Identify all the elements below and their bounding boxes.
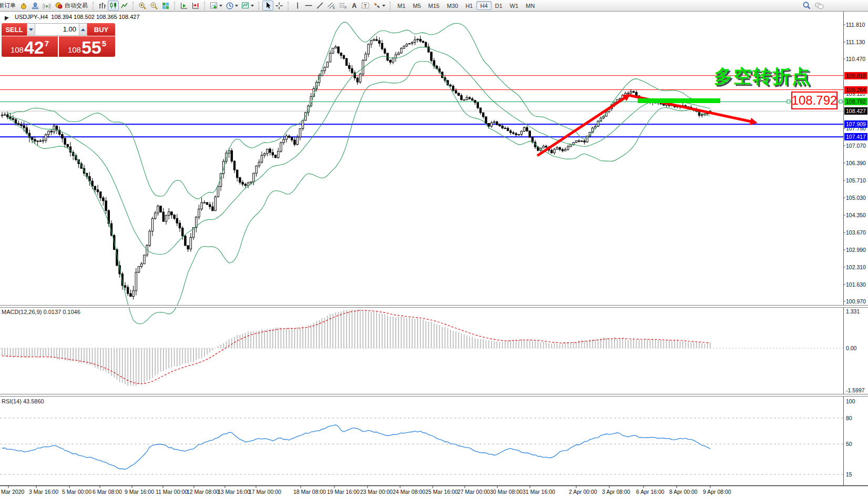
timeframe-h4[interactable]: H4	[476, 1, 491, 10]
timeframe-m30[interactable]: M30	[443, 1, 462, 10]
text-label-icon: T	[361, 2, 370, 9]
line-chart-icon	[120, 2, 128, 9]
time-tick-label: 11 Mar 00:00	[156, 489, 188, 495]
auto-scroll-icon	[180, 2, 188, 10]
time-tick-label: 3 Apr 08:00	[602, 489, 630, 495]
candlestick-button[interactable]	[108, 1, 119, 11]
buy-price-button[interactable]: 108 55 5	[59, 36, 115, 57]
toolbar-handle	[288, 2, 290, 10]
time-tick-label: 6 Apr 16:00	[636, 489, 665, 495]
rsi-axis-label: 100	[846, 398, 855, 404]
autotrading-icon	[55, 1, 63, 11]
indicators-icon	[210, 2, 218, 9]
symbol-info: USDJPY-,H4 108.394 108.502 108.365 108.4…	[15, 14, 140, 20]
equidistant-channel-button[interactable]: E	[325, 1, 337, 11]
buy-button[interactable]: BUY	[87, 23, 115, 36]
arrows-button[interactable]	[371, 1, 387, 11]
autotrading-button[interactable]: 自动交易	[53, 1, 90, 11]
arrows-dropdown-caret	[382, 5, 385, 7]
clock-icon	[226, 2, 234, 10]
turning-point-annotation[interactable]: 多空转折点	[714, 64, 811, 89]
bar-chart-icon	[98, 2, 106, 9]
timeframe-h1[interactable]: H1	[462, 1, 476, 10]
fibonacci-button[interactable]: F	[337, 1, 349, 11]
sell-price-sup: 7	[45, 39, 49, 48]
sell-button[interactable]: SELL	[2, 23, 27, 36]
signals-button[interactable]	[41, 1, 53, 11]
trendline-button[interactable]	[314, 1, 325, 11]
chart-shift-button[interactable]	[190, 1, 201, 11]
timeframe-m1[interactable]: M1	[394, 1, 409, 10]
macd-label: MACD(12,26,9) 0.0137 0.1046	[2, 309, 80, 315]
toolbar-handle	[174, 2, 176, 10]
price-level-badge: 107.909	[844, 120, 867, 128]
text-a-icon: A	[351, 2, 358, 9]
search-icon	[802, 1, 811, 10]
new-order-button[interactable]: 新订单	[0, 1, 18, 11]
text-button[interactable]: A	[349, 1, 360, 11]
time-tick-label: 2 Apr 00:00	[569, 489, 597, 495]
vertical-line-button[interactable]	[292, 1, 303, 11]
tile-windows-button[interactable]	[160, 1, 171, 11]
chart-shift-icon	[191, 2, 200, 10]
crosshair-button[interactable]	[273, 1, 285, 11]
timeframe-w1[interactable]: W1	[506, 1, 523, 10]
volume-control: 1.00	[27, 23, 87, 36]
templates-button[interactable]	[240, 1, 256, 11]
rsi-label: RSI(14) 43.5860	[2, 398, 44, 404]
bar-chart-button[interactable]	[97, 1, 108, 11]
fibonacci-icon: F	[339, 2, 347, 9]
panel-separator[interactable]	[0, 394, 868, 397]
cursor-button[interactable]	[262, 1, 273, 11]
volume-down-icon	[29, 28, 33, 31]
volume-increase-button[interactable]	[79, 24, 87, 35]
panel-separator[interactable]	[0, 305, 868, 308]
zoom-in-button[interactable]	[137, 1, 148, 11]
price-tick-label: 104.350	[846, 212, 866, 218]
svg-text:T: T	[364, 3, 367, 8]
time-tick-label: 18 Mar 08:00	[293, 489, 326, 495]
price-callout-box[interactable]: 108.792	[791, 92, 838, 109]
text-label-button[interactable]: T	[360, 1, 371, 11]
periods-button[interactable]	[224, 1, 240, 11]
time-tick-label: 9 Apr 08:00	[703, 489, 731, 495]
one-click-trading-panel: SELL 1.00 BUY 108 42 7 108 55 5	[2, 23, 115, 57]
template-icon	[241, 2, 250, 9]
channel-icon: E	[327, 2, 335, 9]
horizontal-line-button[interactable]	[303, 1, 314, 11]
rsi-axis-label: 80	[846, 415, 852, 421]
timeframe-m5[interactable]: M5	[409, 1, 424, 10]
market-watch-button[interactable]	[18, 1, 29, 11]
volume-decrease-button[interactable]	[27, 24, 35, 35]
sell-price-main: 42	[24, 39, 44, 55]
time-tick-label: 6 Mar 08:00	[93, 489, 122, 495]
search-button[interactable]	[801, 1, 813, 11]
price-tick-label: 105.710	[846, 177, 866, 184]
templates-dropdown-caret	[251, 5, 254, 7]
macd-axis-label: 0.00	[846, 345, 856, 351]
indicators-button[interactable]	[208, 1, 224, 11]
auto-scroll-button[interactable]	[178, 1, 190, 11]
chat-button[interactable]	[813, 1, 826, 11]
volume-input[interactable]: 1.00	[35, 24, 79, 35]
time-tick-label: 30 Mar 08:00	[490, 489, 523, 495]
sell-price-button[interactable]: 108 42 7	[2, 36, 58, 57]
timeframe-m15[interactable]: M15	[425, 1, 443, 10]
price-level-badge: 108.792	[844, 98, 867, 105]
zoom-out-button[interactable]	[148, 1, 160, 11]
autotrading-label: 自动交易	[65, 2, 88, 9]
timeframe-mn[interactable]: MN	[522, 1, 538, 10]
tile-windows-icon	[161, 2, 170, 10]
timeframe-group: M1M5M15M30H1H4D1W1MN	[394, 1, 538, 10]
price-level-badge: 109.818	[844, 72, 867, 79]
timeframe-d1[interactable]: D1	[492, 1, 506, 10]
buy-price-sup: 5	[102, 39, 106, 48]
time-tick-label: 3 Mar 16:00	[29, 489, 58, 495]
time-tick-label: 24 Mar 08:00	[393, 489, 425, 495]
line-chart-button[interactable]	[119, 1, 130, 11]
price-tick-label: 102.310	[846, 264, 866, 270]
price-tick-label: 107.070	[846, 143, 866, 149]
time-tick-label: 9 Mar 16:00	[125, 489, 154, 495]
accounts-button[interactable]	[29, 1, 41, 11]
volume-up-icon	[81, 28, 85, 31]
